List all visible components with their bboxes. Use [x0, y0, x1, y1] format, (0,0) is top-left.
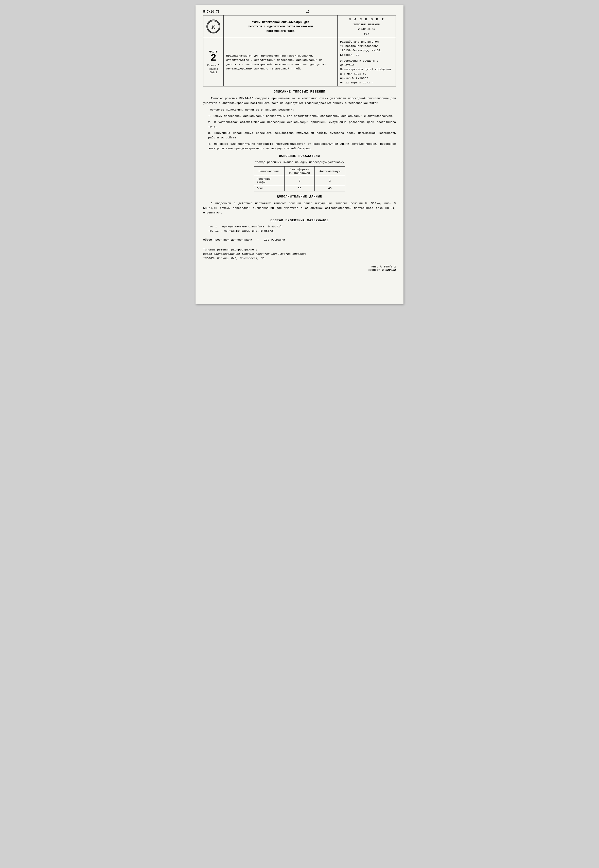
- right-line1: Разработаны институтом: [340, 39, 393, 44]
- section4-title: СОСТАВ ПРОЕКТНЫХ МАТЕРИАЛОВ: [203, 219, 396, 222]
- section1-title: ОПИСАНИЕ ТИПОВЫХ РЕШЕНИЙ: [203, 90, 396, 93]
- top-bar: 5-7+10-73 19: [203, 10, 396, 14]
- objom-dash: —: [257, 238, 259, 241]
- section1-item-1: I. Схемы переездной сигнализации разрабо…: [203, 114, 396, 119]
- right-line5: Утверждены и введены в действие: [340, 59, 393, 68]
- table-cell-1-2: 43: [315, 185, 345, 191]
- passport-line3: УДК: [340, 32, 393, 36]
- data-table-body: Релейныешкафы22Реле3543: [254, 176, 345, 191]
- raspr-org: Отдел распространения типовых проектов Ц…: [203, 252, 396, 255]
- title-line3: ПОСТОЯННОГО ТОКА: [226, 29, 335, 33]
- razdel-text: Раздел 5 Группа 501-0: [206, 64, 221, 75]
- section2-subtitle: Расход релейных шкафов на одну переездну…: [203, 161, 396, 164]
- section1-items: I. Схемы переездной сигнализации разрабо…: [203, 114, 396, 151]
- section1-item-3: 3. Применена новая схема релейного дешиф…: [203, 131, 396, 140]
- passport-title: П А С П О Р Т: [340, 17, 393, 22]
- header-title-cell: СХЕМЫ ПЕРЕЕЗДНОЙ СИГНАЛИЗАЦИИ ДЛЯ УЧАСТК…: [224, 15, 337, 38]
- section1-item-2: 2. В устройствах автоматической переездн…: [203, 120, 396, 129]
- table-row-2: Реле3543: [254, 185, 345, 191]
- footer-pasport: Паспорт № 030722: [203, 268, 396, 272]
- right-line9: от 12 апреля 1973 г.: [340, 80, 393, 85]
- desc-cell: Предназначаются для применения при проек…: [224, 38, 337, 86]
- main-indicators-table: Наименование Светофорнаясигнализация Авт…: [254, 166, 345, 191]
- footer-block: Инв. № 855/1,2 Паспорт № 030722: [203, 265, 396, 272]
- part-number: 2: [206, 53, 221, 63]
- section3-title: ДОПОЛНИТЕЛЬНЫЕ ДАННЫЕ: [203, 195, 396, 198]
- tom1: Том I – принципиальные схемы(инв. № 855/…: [203, 225, 396, 228]
- right-info-cell: Разработаны институтом "Гипротрансигналс…: [337, 38, 396, 86]
- right-line8: приказ № А-10032: [340, 76, 393, 80]
- table-row-1: Релейныешкафы22: [254, 176, 345, 185]
- raspr-addr: 105005, Москва, Б-5, Ольховская, 33: [203, 257, 396, 260]
- section1-item-4: 4. Основное электропитание устройств пре…: [203, 142, 396, 151]
- section2-title: ОСНОВНЫЕ ПОКАЗАТЕЛИ: [203, 155, 396, 158]
- col-header-signal: Светофорнаясигнализация: [284, 167, 315, 176]
- table-cell-0-0: Релейныешкафы: [254, 176, 284, 185]
- passport-cell: П А С П О Р Т ТИПОВЫЕ РЕШЕНИЯ № 501-0-37…: [337, 15, 396, 38]
- logo-icon: K: [206, 20, 220, 33]
- svg-text:K: K: [211, 24, 215, 30]
- col-header-name: Наименование: [254, 167, 284, 176]
- right-line4: Боровая, 33: [340, 53, 393, 57]
- document-page: 5-7+10-73 19 K СХЕМЫ ПЕРЕЕЗДНОЙ СИГНАЛИЗ…: [196, 5, 403, 304]
- tom2: Том II – монтажные схемы(инв. № 855/2): [203, 229, 396, 233]
- objom-label: Объем проектной документации: [203, 238, 252, 241]
- right-line6: Министерством путей сообщения: [340, 67, 393, 72]
- table-cell-0-1: 2: [284, 176, 315, 185]
- part-block-cell: ЧАСТЬ 2 Раздел 5 Группа 501-0: [203, 38, 224, 86]
- logo-cell: K: [203, 15, 224, 38]
- table-cell-1-0: Реле: [254, 185, 284, 191]
- section3-text: С введением в действие настоящих типовых…: [203, 201, 396, 215]
- desc-text: Предназначаются для применения при проек…: [226, 54, 326, 71]
- right-line3: 196159 Ленинград, М-159,: [340, 48, 393, 53]
- raspr-label: Типовые решения распространяет:: [203, 248, 396, 251]
- title-line2: УЧАСТКОВ С ОДНОПУТНОЙ АВТОБЛОКИРОВКОЙ: [226, 24, 335, 29]
- objom-line: Объем проектной документации — 132 форма…: [203, 238, 396, 241]
- header-table: K СХЕМЫ ПЕРЕЕЗДНОЙ СИГНАЛИЗАЦИИ ДЛЯ УЧАС…: [203, 15, 396, 86]
- section1-subhead: Основные положения, принятые в типовых р…: [203, 108, 396, 112]
- footer-inv: Инв. № 855/1,2: [203, 265, 396, 268]
- objom-value: 132 форматки: [264, 238, 285, 241]
- right-line7: с 5 мая 1973 г.: [340, 72, 393, 76]
- passport-line2: № 501-0-37: [340, 27, 393, 32]
- table-cell-0-2: 2: [315, 176, 345, 185]
- footer-pasport-label: Паспорт №: [368, 268, 385, 272]
- footer-pasport-num: 030722: [385, 268, 396, 272]
- page-number: 19: [306, 10, 309, 14]
- passport-line1: ТИПОВЫЕ РЕШЕНИЯ: [340, 22, 393, 27]
- right-line2: "Гипротрансигналсвязь": [340, 44, 393, 48]
- doc-number-left: 5-7+10-73: [203, 10, 220, 14]
- table-cell-1-1: 35: [284, 185, 315, 191]
- col-header-avto: Автошлагбаум: [315, 167, 345, 176]
- section1-intro: Типовые решения ПС-14-73 содержат принци…: [203, 96, 396, 105]
- title-line1: СХЕМЫ ПЕРЕЕЗДНОЙ СИГНАЛИЗАЦИИ ДЛЯ: [226, 20, 335, 24]
